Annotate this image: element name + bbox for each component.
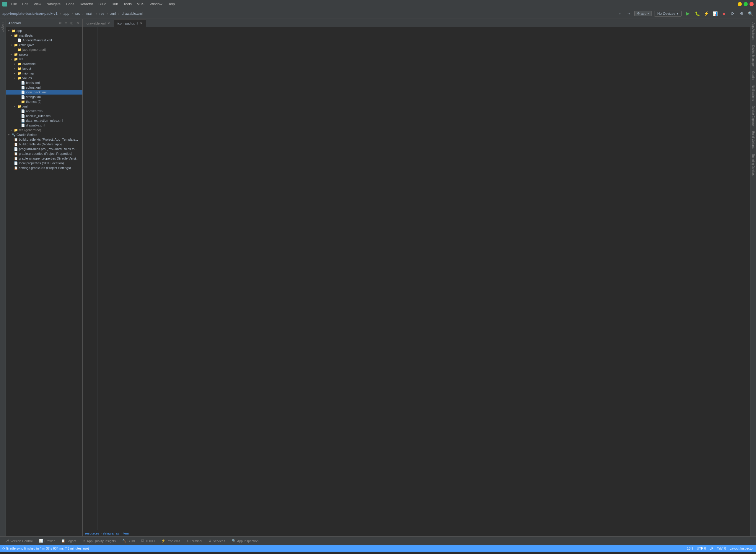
tree-item-layout[interactable]: ▸ 📁 layout: [6, 66, 82, 71]
tree-item-proguard[interactable]: 📄 proguard-rules.pro (ProGuard Rules fo.…: [6, 147, 82, 151]
tree-item-assets[interactable]: ▸ 📁 assets: [6, 52, 82, 57]
tab-services[interactable]: ⚙ Services: [205, 538, 228, 543]
menu-code[interactable]: Code: [63, 1, 77, 7]
line-ending[interactable]: LF: [710, 547, 713, 550]
forward-button[interactable]: →: [625, 10, 632, 17]
tree-item-res-generated[interactable]: ▸ 📁 res (generated): [6, 128, 82, 132]
menu-file[interactable]: File: [9, 1, 19, 7]
problems-icon: ⚡: [161, 539, 166, 543]
tree-item-data-extraction[interactable]: 📄 data_extraction_rules.xml: [6, 118, 82, 123]
maximize-button[interactable]: [744, 2, 748, 6]
tree-item-strings[interactable]: 📄 strings.xml: [6, 95, 82, 99]
tree-item-icon-pack[interactable]: 📄 icon_pack.xml: [6, 90, 82, 95]
menu-run[interactable]: Run: [109, 1, 121, 7]
tab-drawable-xml-close[interactable]: ✕: [108, 21, 110, 25]
build-icon: 🔨: [122, 539, 126, 543]
panel-collapse-icon[interactable]: ≡: [63, 21, 68, 25]
tab-profiler[interactable]: 📊 Profiler: [36, 538, 58, 543]
project-panel-toggle[interactable]: Project: [1, 20, 5, 34]
tree-item-local-properties[interactable]: 📄 local.properties (SDK Location): [6, 161, 82, 165]
running-devices-panel[interactable]: Running Devices: [751, 152, 755, 179]
editor-area: drawable.xml ✕ icon_pack.xml ✕ resources…: [83, 19, 750, 536]
tab-problems[interactable]: ⚡ Problems: [158, 538, 183, 543]
minimize-button[interactable]: [738, 2, 742, 6]
search-button[interactable]: 🔍: [747, 10, 754, 17]
tab-drawable-xml[interactable]: drawable.xml ✕: [83, 19, 114, 27]
device-selector[interactable]: No Devices ▾: [654, 11, 682, 16]
menu-edit[interactable]: Edit: [20, 1, 31, 7]
tree-item-gradle-scripts[interactable]: ▾ 🔧 Gradle Scripts: [6, 132, 82, 137]
tree-item-mipmap[interactable]: ▸ 📁 mipmap: [6, 71, 82, 76]
file-encoding[interactable]: UTF-8: [697, 547, 706, 550]
close-button[interactable]: [750, 2, 754, 6]
tree-item-backup-rules[interactable]: 📄 backup_rules.xml: [6, 113, 82, 118]
device-explorer-panel[interactable]: Device Explorer: [751, 103, 755, 129]
settings-button[interactable]: ⚙: [738, 10, 745, 17]
stop-button[interactable]: ■: [720, 10, 727, 17]
line-numbers: [83, 27, 98, 530]
breadcrumb-resources[interactable]: resources: [85, 532, 99, 535]
tab-build[interactable]: 🔨 Build: [119, 538, 138, 543]
panel-settings-icon[interactable]: ⚙: [58, 21, 62, 25]
debug-button[interactable]: 🐛: [694, 10, 700, 17]
tab-version-control[interactable]: ⎇ Version Control: [2, 538, 36, 543]
indent-setting[interactable]: Tab* 8: [717, 547, 726, 550]
tree-item-androidmanifest[interactable]: 📄 AndroidManifest.xml: [6, 38, 82, 43]
menu-build[interactable]: Build: [96, 1, 109, 7]
notifications-panel[interactable]: Notifications: [751, 82, 755, 103]
layout-inspector[interactable]: Layout Inspector: [730, 547, 754, 550]
tab-icon-pack-xml[interactable]: icon_pack.xml ✕: [114, 19, 146, 27]
tree-item-themes[interactable]: ▸ 📁 themes (2): [6, 99, 82, 104]
status-message: ⟳ Gradle sync finished in 4 m 37 s 634 m…: [2, 547, 89, 550]
tab-logcat[interactable]: 📋 Logcat: [58, 538, 79, 543]
status-bar: ⟳ Gradle sync finished in 4 m 37 s 634 m…: [0, 545, 756, 552]
tab-todo[interactable]: ☑ TODO: [138, 538, 158, 543]
tree-item-build-gradle-project[interactable]: 📋 build.gradle.kts (Project: App_Templat…: [6, 137, 82, 142]
code-editor[interactable]: [83, 27, 750, 530]
cursor-position[interactable]: 13:9: [687, 547, 693, 550]
tree-item-gradle-wrapper[interactable]: 📋 gradle-wrapper.properties (Gradle Vers…: [6, 156, 82, 161]
tab-icon-pack-xml-close[interactable]: ✕: [140, 21, 142, 25]
tree-item-app[interactable]: ▾ 📁 app: [6, 29, 82, 33]
tree-item-res[interactable]: ▾ 📁 res: [6, 57, 82, 61]
menu-help[interactable]: Help: [165, 1, 177, 7]
tree-item-drawable[interactable]: ▸ 📁 drawable: [6, 61, 82, 66]
gradle-panel[interactable]: Gradle: [751, 69, 755, 82]
menu-refactor[interactable]: Refactor: [77, 1, 96, 7]
tree-item-appfilter[interactable]: 📄 appfilter.xml: [6, 109, 82, 113]
device-manager-panel[interactable]: Device Manager: [751, 43, 755, 69]
tree-item-java-generated[interactable]: 📁 java (generated): [6, 47, 82, 52]
project-panel-header: Android ⚙ ≡ ⊞ ✕: [6, 19, 82, 27]
breadcrumb-item[interactable]: item: [123, 532, 129, 535]
tab-app-quality[interactable]: ⚠ App Quality Insights: [80, 538, 119, 543]
module-selector[interactable]: ⚙ app ▾: [634, 11, 651, 16]
tree-item-colors[interactable]: 📄 colors.xml: [6, 85, 82, 90]
tree-item-drawable-xml[interactable]: 📄 drawable.xml: [6, 123, 82, 128]
sync-button[interactable]: ⟳: [730, 10, 736, 17]
tree-item-xml-folder[interactable]: ▾ 📁 xml: [6, 104, 82, 109]
menu-tools[interactable]: Tools: [121, 1, 134, 7]
code-content[interactable]: [103, 27, 750, 530]
app-assistant-panel[interactable]: App Assistant: [751, 20, 755, 43]
panel-close-icon[interactable]: ✕: [75, 21, 80, 25]
breadcrumb-string-array[interactable]: string-array: [103, 532, 119, 535]
tab-terminal[interactable]: > Terminal: [184, 539, 205, 543]
run-button[interactable]: ▶: [684, 10, 692, 17]
panel-options-icon[interactable]: ⊞: [69, 21, 74, 25]
tree-item-manifests[interactable]: ▾ 📁 manifests: [6, 33, 82, 38]
menu-view[interactable]: View: [31, 1, 44, 7]
menu-window[interactable]: Window: [147, 1, 165, 7]
tree-item-build-gradle-module[interactable]: 📋 build.gradle.kts (Module :app): [6, 142, 82, 147]
tab-app-inspection[interactable]: 🔍 App Inspection: [229, 538, 262, 543]
tree-item-bools[interactable]: 📄 bools.xml: [6, 80, 82, 85]
menu-navigate[interactable]: Navigate: [44, 1, 63, 7]
tree-item-settings-gradle[interactable]: 📋 settings.gradle.kts (Project Settings): [6, 165, 82, 170]
tree-item-gradle-properties[interactable]: 📋 gradle.properties (Project Properties): [6, 151, 82, 156]
profile-button[interactable]: 📊: [712, 10, 718, 17]
attach-debugger-button[interactable]: ⚡: [703, 10, 709, 17]
tree-item-values[interactable]: ▾ 📁 values: [6, 76, 82, 80]
menu-vcs[interactable]: VCS: [135, 1, 147, 7]
back-button[interactable]: ←: [617, 10, 623, 17]
tree-item-kotlin-java[interactable]: ▾ 📁 kotlin+java: [6, 43, 82, 47]
build-variants-panel[interactable]: Build Variants: [751, 129, 755, 152]
